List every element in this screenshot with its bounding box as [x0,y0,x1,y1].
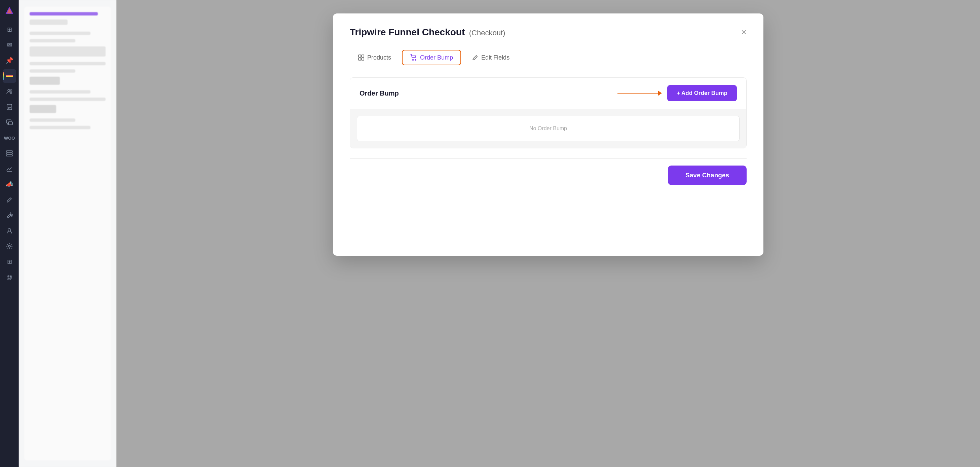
contacts-icon[interactable] [3,85,16,98]
email-bottom-icon[interactable]: @ [3,271,16,284]
logo-icon[interactable] [3,4,16,18]
arrow-head [658,91,662,96]
tab-edit-fields-label: Edit Fields [481,54,509,61]
pencil-icon [472,54,479,61]
svg-rect-13 [6,151,13,152]
grid-icon [358,54,364,61]
settings-icon[interactable] [3,239,16,253]
section-title: Order Bump [360,89,399,97]
section-body: No Order Bump [350,109,746,148]
modal-title-container: Tripwire Funnel Checkout (Checkout) [350,27,505,38]
svg-rect-15 [6,155,13,156]
tab-bar: Products Order Bump [350,50,746,65]
sidebar: ⊞ ✉ 📌 WOO [0,0,19,467]
comments-icon[interactable] [3,116,16,129]
modal-footer: Save Changes [350,158,746,185]
pin-icon[interactable]: 📌 [3,54,16,67]
svg-rect-20 [361,55,364,57]
tab-edit-fields[interactable]: Edit Fields [464,50,517,65]
svg-point-5 [10,90,12,91]
modal-dialog: Tripwire Funnel Checkout (Checkout) × Pr… [333,13,764,256]
marketing-icon[interactable]: 📣 [3,178,16,191]
svg-rect-11 [8,122,13,125]
modal-title: Tripwire Funnel Checkout [350,27,465,37]
tab-products[interactable]: Products [350,50,399,65]
background-page [19,0,116,467]
svg-rect-22 [361,58,364,60]
svg-rect-3 [6,76,13,77]
cart-icon [410,54,417,61]
svg-rect-19 [358,55,361,57]
svg-rect-14 [6,153,13,154]
tab-products-label: Products [367,54,391,61]
lists-icon[interactable] [3,147,16,160]
close-button[interactable]: × [741,27,746,37]
svg-point-4 [8,89,10,91]
svg-point-18 [8,245,10,247]
svg-rect-21 [358,58,361,60]
svg-rect-2 [6,75,13,76]
svg-point-23 [413,59,414,61]
arrow-shaft [617,93,658,94]
empty-state-box: No Order Bump [357,116,740,141]
user-icon[interactable] [3,224,16,237]
modal-overlay: Tripwire Funnel Checkout (Checkout) × Pr… [116,0,980,467]
active-bar-icon[interactable] [3,69,16,83]
modal-subtitle: (Checkout) [469,29,506,37]
tab-order-bump-label: Order Bump [420,54,453,61]
wrench-icon[interactable] [3,209,16,222]
analytics-icon[interactable] [3,162,16,175]
dashboard-icon[interactable]: ⊞ [3,23,16,36]
empty-state-label: No Order Bump [529,126,567,131]
svg-point-17 [8,228,11,231]
tab-order-bump[interactable]: Order Bump [402,50,461,65]
section-header: Order Bump + Add Order Bump [350,78,746,109]
svg-point-24 [415,59,416,61]
woo-icon[interactable]: WOO [3,131,16,145]
edit-icon[interactable] [3,193,16,207]
modal-header: Tripwire Funnel Checkout (Checkout) × [350,27,746,38]
order-bump-section: Order Bump + Add Order Bump No Order Bum… [350,77,746,148]
add-order-bump-button[interactable]: + Add Order Bump [667,85,737,101]
pages-icon[interactable] [3,100,16,114]
mail-icon[interactable]: ✉ [3,38,16,52]
save-changes-button[interactable]: Save Changes [668,166,746,185]
arrow-container: + Add Order Bump [617,85,737,101]
plugin-icon[interactable]: ⊞ [3,255,16,268]
arrow-decoration [617,91,662,96]
